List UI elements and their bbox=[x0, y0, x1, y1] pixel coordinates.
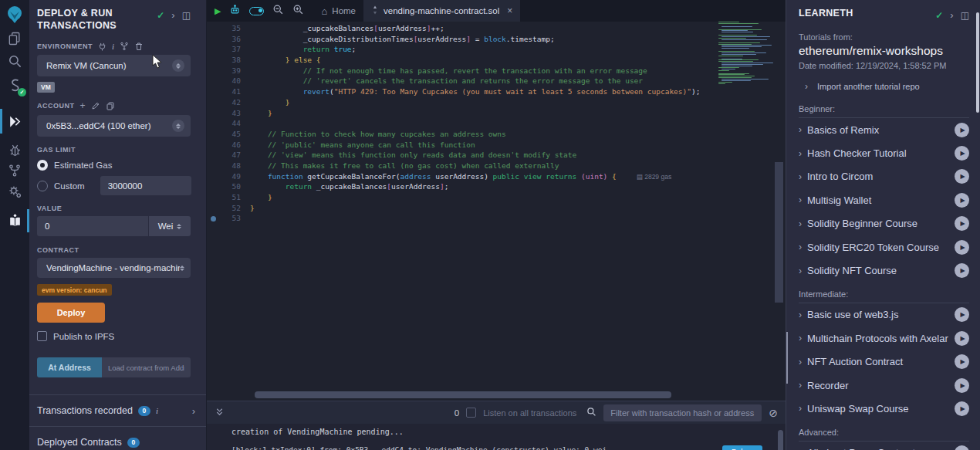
settings-icon[interactable] bbox=[0, 181, 29, 202]
start-tutorial-play-button[interactable]: ▶ bbox=[955, 331, 969, 346]
tutorial-item[interactable]: ›NFT Auction Contract▶ bbox=[799, 350, 969, 374]
gutter-marker-dot[interactable] bbox=[211, 216, 216, 222]
line-number[interactable]: 53 bbox=[219, 213, 241, 224]
tutorial-item[interactable]: ›Solidity Beginner Course▶ bbox=[799, 212, 969, 235]
deploy-button[interactable]: Deploy bbox=[37, 303, 105, 323]
search-icon[interactable] bbox=[0, 50, 29, 72]
add-account-icon[interactable]: + bbox=[80, 100, 86, 111]
editor-vertical-scrollbar[interactable] bbox=[775, 162, 783, 303]
start-tutorial-play-button[interactable]: ▶ bbox=[955, 169, 969, 184]
line-number[interactable]: 43 bbox=[219, 108, 241, 119]
value-input[interactable] bbox=[37, 216, 148, 236]
line-number[interactable]: 45 bbox=[219, 129, 241, 140]
start-tutorial-play-button[interactable]: ▶ bbox=[955, 193, 969, 208]
line-number[interactable]: 50 bbox=[219, 181, 241, 192]
tutorial-item[interactable]: ›Recorder▶ bbox=[799, 374, 969, 397]
line-number[interactable]: 37 bbox=[219, 44, 241, 55]
line-number[interactable]: 42 bbox=[219, 97, 241, 108]
tutorial-item[interactable]: ›Uniswap Swap Course▶ bbox=[799, 397, 969, 420]
publish-ipfs-checkbox[interactable] bbox=[37, 331, 47, 341]
line-number[interactable]: 44 bbox=[219, 118, 241, 129]
file-explorer-icon[interactable] bbox=[0, 28, 29, 49]
line-number[interactable]: 48 bbox=[219, 161, 241, 171]
start-tutorial-play-button[interactable]: ▶ bbox=[955, 263, 969, 278]
start-tutorial-play-button[interactable]: ▶ bbox=[955, 123, 969, 137]
estimated-gas-radio[interactable] bbox=[37, 160, 48, 171]
tab-vending-machine-contract[interactable]: vending-machine-contract.sol × bbox=[363, 0, 520, 22]
transactions-expand-icon[interactable]: › bbox=[192, 405, 195, 417]
start-tutorial-play-button[interactable]: ▶ bbox=[955, 401, 969, 416]
start-tutorial-play-button[interactable]: ▶ bbox=[955, 445, 969, 450]
sign-message-icon[interactable] bbox=[91, 101, 100, 110]
run-script-icon[interactable]: ▶ bbox=[215, 6, 221, 16]
minimap[interactable] bbox=[714, 22, 779, 88]
terminal-filter-input[interactable] bbox=[603, 404, 762, 421]
line-number[interactable]: 35 bbox=[219, 23, 241, 34]
start-tutorial-play-button[interactable]: ▶ bbox=[955, 216, 969, 231]
clear-console-icon[interactable]: ⊘ bbox=[769, 407, 778, 419]
environment-info-icon[interactable]: i bbox=[112, 42, 114, 51]
line-number[interactable]: 40 bbox=[219, 76, 241, 86]
collapse-panel-icon[interactable]: › bbox=[171, 9, 174, 21]
tutorial-item[interactable]: ›Intro to Circom▶ bbox=[799, 165, 969, 188]
environment-select[interactable]: Remix VM (Cancun) bbox=[37, 55, 191, 76]
panel-resize-handle[interactable] bbox=[786, 332, 788, 384]
line-number[interactable]: 36 bbox=[219, 34, 241, 45]
at-address-button[interactable]: At Address bbox=[37, 357, 102, 377]
learneth-icon[interactable] bbox=[0, 209, 29, 231]
delete-state-icon[interactable] bbox=[134, 42, 144, 51]
remix-logo-icon[interactable] bbox=[0, 4, 29, 25]
learneth-scrollbar[interactable] bbox=[976, 12, 979, 113]
ai-assistant-icon[interactable] bbox=[229, 4, 241, 19]
expand-terminal-icon[interactable] bbox=[215, 406, 225, 420]
zoom-out-icon[interactable] bbox=[272, 4, 284, 19]
ai-toggle[interactable] bbox=[249, 7, 264, 15]
line-number[interactable]: 51 bbox=[219, 192, 241, 203]
start-tutorial-play-button[interactable]: ▶ bbox=[955, 307, 969, 322]
tutorial-item[interactable]: ›Multichain Protocols with Axelar▶ bbox=[799, 327, 969, 350]
start-tutorial-play-button[interactable]: ▶ bbox=[955, 240, 969, 255]
line-number[interactable]: 52 bbox=[219, 203, 241, 214]
start-tutorial-play-button[interactable]: ▶ bbox=[955, 378, 969, 393]
line-number[interactable]: 41 bbox=[219, 86, 241, 97]
plug-icon[interactable] bbox=[98, 42, 106, 51]
pin-panel-icon[interactable]: ◫ bbox=[961, 10, 969, 21]
zoom-in-icon[interactable] bbox=[292, 4, 304, 19]
account-select[interactable]: 0x5B3...eddC4 (100 ether) bbox=[37, 115, 191, 137]
tutorial-item[interactable]: ›Multisig Wallet▶ bbox=[799, 188, 969, 211]
terminal-transaction-line[interactable]: [block:1 txIndex:0] from: 0x5B3...eddC4 … bbox=[231, 445, 769, 450]
tutorial-item[interactable]: ›Solidity NFT Course▶ bbox=[799, 259, 969, 282]
line-number[interactable]: 38 bbox=[219, 55, 241, 66]
start-tutorial-play-button[interactable]: ▶ bbox=[955, 146, 969, 161]
tutorial-item[interactable]: ›Basic use of web3.js▶ bbox=[799, 303, 969, 327]
listen-all-checkbox[interactable] bbox=[466, 408, 476, 418]
terminal-scrollbar[interactable] bbox=[778, 430, 783, 450]
copy-account-icon[interactable] bbox=[106, 101, 115, 110]
custom-gas-radio[interactable] bbox=[37, 181, 48, 191]
contract-select[interactable]: VendingMachine - vending-machin bbox=[37, 258, 191, 278]
import-tutorial-repo[interactable]: › Import another tutorial repo bbox=[805, 81, 969, 92]
pin-panel-icon[interactable]: ◫ bbox=[182, 10, 191, 21]
collapse-panel-icon[interactable]: › bbox=[950, 9, 953, 21]
terminal-output[interactable]: creation of VendingMachine pending... [b… bbox=[207, 424, 786, 450]
fork-state-icon[interactable] bbox=[120, 42, 129, 51]
debugger-icon[interactable] bbox=[0, 139, 29, 161]
transactions-recorded-section[interactable]: Transactions recorded 0 i › bbox=[29, 394, 206, 426]
value-unit-select[interactable]: Wei bbox=[149, 216, 191, 236]
editor-horizontal-scrollbar[interactable] bbox=[207, 390, 786, 401]
tutorial-item[interactable]: ›All about Proxy Contracts▶ bbox=[799, 442, 969, 450]
at-address-input[interactable] bbox=[102, 357, 191, 377]
line-number[interactable]: 47 bbox=[219, 150, 241, 161]
code-editor[interactable]: 35 _cupcakeBalances[userAddress]++;36 _c… bbox=[207, 22, 786, 390]
tutorial-item[interactable]: ›Basics of Remix▶ bbox=[799, 118, 969, 141]
tutorial-item[interactable]: ›Solidity ERC20 Token Course▶ bbox=[799, 235, 969, 259]
deploy-run-icon[interactable] bbox=[0, 110, 29, 132]
debug-button[interactable]: Debug bbox=[722, 445, 762, 450]
git-icon[interactable] bbox=[0, 160, 29, 181]
line-number[interactable]: 46 bbox=[219, 140, 241, 151]
line-number[interactable]: 49 bbox=[219, 171, 241, 182]
line-number[interactable]: 39 bbox=[219, 66, 241, 76]
tab-home[interactable]: ⌂ Home bbox=[313, 0, 363, 22]
transactions-info-icon[interactable]: i bbox=[156, 406, 158, 415]
start-tutorial-play-button[interactable]: ▶ bbox=[955, 354, 969, 369]
